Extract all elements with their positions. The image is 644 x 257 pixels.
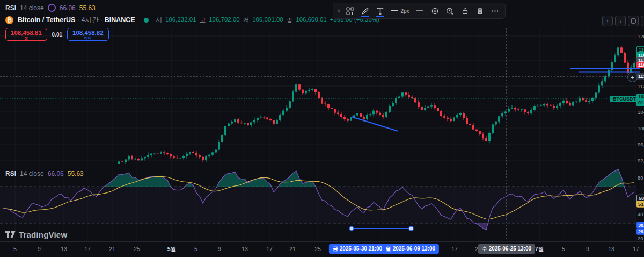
candle-body	[582, 98, 584, 100]
scale-nav: ↑ ↓ USD	[602, 16, 644, 26]
buy-button[interactable]: 108,458.82 바이	[67, 28, 109, 41]
time-axis[interactable]: 59131721255월5913172125517217월591317금 202…	[0, 241, 644, 257]
candle-body	[482, 134, 484, 138]
time-tick: 5	[13, 246, 17, 252]
symbol-legend: ₿ Bitcoin / TetherUS · 4시간 · BINANCE 시10…	[5, 16, 379, 25]
trendline-drawing[interactable]	[352, 117, 398, 131]
candle-body	[488, 133, 491, 141]
candle-body	[382, 115, 384, 117]
candle-body	[337, 113, 339, 114]
drawing-anchor-date-label[interactable]: 월 2025-06-09 13:00	[382, 244, 439, 254]
candle-body	[295, 84, 297, 91]
cross-price-label[interactable]: 113,370.00	[636, 73, 644, 80]
candle-body	[173, 156, 175, 158]
reset-scale-button[interactable]	[628, 16, 639, 26]
candle-body	[459, 113, 462, 115]
candle-body	[125, 159, 127, 162]
candle-body	[199, 155, 201, 157]
candle-body	[147, 155, 149, 157]
candle-body	[286, 108, 288, 111]
delete-icon[interactable]	[473, 4, 487, 18]
candle-body	[408, 95, 410, 97]
more-options-icon[interactable]	[488, 4, 502, 18]
symbol-price-flag[interactable]: BTCUSDT	[610, 96, 639, 102]
settings-icon[interactable]	[428, 4, 442, 18]
rsi-pane-title[interactable]: RSI	[5, 170, 16, 177]
tradingview-chart-window: RSI 14 close 66.06 55.63 ₿ Bitcoin / Tet…	[0, 0, 644, 257]
rsi-legend-top: RSI 14 close 66.06 55.63	[5, 4, 96, 12]
candle-body	[389, 106, 391, 112]
candle-body	[424, 108, 426, 110]
candle-body	[456, 115, 458, 117]
text-color-icon[interactable]	[373, 4, 387, 18]
candle-body	[128, 156, 130, 160]
lock-icon[interactable]	[458, 4, 472, 18]
candle-body	[260, 118, 262, 118]
candle-body	[157, 154, 159, 154]
candle-body	[195, 153, 197, 155]
candle-body	[305, 91, 307, 93]
candle-body	[228, 124, 230, 126]
red-price-label[interactable]: 116,400.00	[636, 62, 644, 68]
candle-body	[427, 107, 429, 108]
currency-toggle[interactable]: USD	[641, 16, 644, 26]
pane-separator[interactable]	[0, 166, 636, 166]
time-tick: 9	[38, 246, 41, 252]
rsi-title[interactable]: RSI	[5, 4, 16, 12]
candle-body	[376, 111, 378, 113]
candle-body	[437, 108, 439, 111]
candle-body	[440, 111, 442, 116]
candle-body	[150, 154, 152, 155]
candle-body	[208, 155, 210, 156]
time-tick: 7월	[535, 246, 544, 253]
candle-body	[237, 119, 239, 123]
market-status-icon[interactable]	[144, 18, 149, 23]
trade-panel: 108,458.81 셀 0.01 108,458.82 바이	[5, 28, 109, 41]
rsi-value: 66.06	[60, 4, 76, 12]
candle-body	[257, 118, 259, 120]
candle-body	[527, 112, 529, 113]
candle-body	[601, 81, 603, 85]
tradingview-logo[interactable]: TradingView	[5, 230, 67, 239]
crosshair-date-label[interactable]: 수 2025-06-25 13:00	[478, 244, 535, 254]
candle-body	[466, 118, 468, 124]
candle-body	[533, 106, 536, 110]
toolbar-drag-handle[interactable]: ⠿	[336, 4, 342, 18]
rsi-indicator-icon[interactable]	[48, 4, 56, 12]
time-tick: 13	[608, 246, 614, 252]
rsi-ma-value: 55.63	[79, 4, 96, 12]
candle-body	[176, 158, 178, 158]
scroll-up-button[interactable]: ↑	[602, 16, 613, 26]
candle-body	[501, 113, 503, 116]
price-axis-label: 96,000	[638, 141, 644, 147]
price-axis-label: 120,000	[638, 33, 644, 39]
drawing-anchor-date-label[interactable]: 금 2025-05-30 21:00	[329, 244, 386, 254]
rsi-pane-params: 14 close	[20, 170, 44, 177]
candle-body	[572, 102, 574, 106]
symbol-title[interactable]: Bitcoin / TetherUS · 4시간 · BINANCE	[18, 16, 135, 25]
candle-body	[495, 122, 497, 124]
scroll-down-button[interactable]: ↓	[615, 16, 626, 26]
time-tick: 9	[586, 246, 589, 252]
candle-body	[604, 76, 606, 81]
candle-body	[401, 92, 404, 96]
sell-button[interactable]: 108,458.81 셀	[5, 28, 47, 41]
candle-body	[559, 103, 561, 106]
candle-body	[247, 123, 249, 125]
candle-body	[633, 63, 635, 68]
add-alert-icon[interactable]	[443, 4, 457, 18]
line-style-icon[interactable]	[413, 4, 427, 18]
candle-body	[324, 103, 326, 104]
price-axis-label: 100,000	[638, 125, 644, 131]
template-icon[interactable]	[343, 4, 357, 18]
candle-body	[205, 156, 207, 160]
candle-body	[508, 109, 510, 111]
candle-body	[347, 119, 349, 120]
candle-body	[537, 106, 539, 106]
pencil-color-icon[interactable]	[358, 4, 372, 18]
line-width-tool[interactable]: 2px	[388, 4, 412, 18]
drawing-anchor-handle[interactable]	[409, 226, 413, 231]
drawing-anchor-handle[interactable]	[349, 226, 354, 231]
candle-body	[253, 120, 255, 122]
candle-body	[302, 90, 304, 93]
